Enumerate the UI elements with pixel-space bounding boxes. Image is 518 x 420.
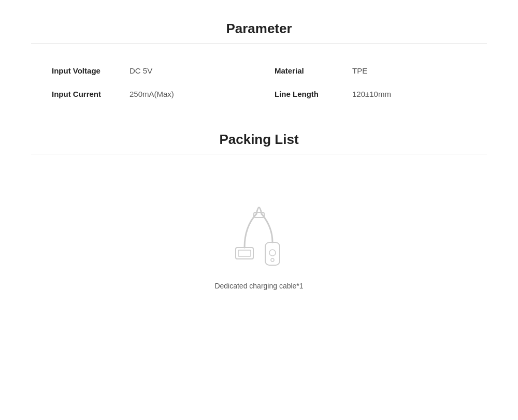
cable-caption: Dedicated charging cable*1 — [214, 282, 303, 290]
param-label-current: Input Current — [52, 90, 119, 98]
packing-divider — [31, 154, 487, 154]
param-right-col: Material TPE Line Length 120±10mm — [275, 59, 466, 106]
svg-rect-1 — [238, 250, 251, 256]
param-label-line-length: Line Length — [275, 90, 342, 98]
param-label-material: Material — [275, 66, 342, 75]
param-row-current: Input Current 250mA(Max) — [52, 82, 243, 106]
cable-illustration — [207, 185, 311, 273]
parameter-grid: Input Voltage DC 5V Input Current 250mA(… — [31, 59, 487, 106]
packing-section: Packing List Dedicated charging cable*1 — [31, 132, 487, 290]
param-value-voltage: DC 5V — [130, 66, 152, 75]
param-row-material: Material TPE — [275, 59, 466, 82]
param-row-line-length: Line Length 120±10mm — [275, 82, 466, 106]
param-left-col: Input Voltage DC 5V Input Current 250mA(… — [52, 59, 243, 106]
svg-point-4 — [271, 258, 274, 262]
param-row-voltage: Input Voltage DC 5V — [52, 59, 243, 82]
parameter-divider — [31, 43, 487, 44]
param-value-line-length: 120±10mm — [352, 90, 391, 98]
param-value-material: TPE — [352, 66, 367, 75]
parameter-title: Parameter — [226, 21, 292, 37]
packing-title: Packing List — [219, 132, 298, 148]
param-label-voltage: Input Voltage — [52, 66, 119, 75]
svg-point-3 — [269, 250, 276, 256]
param-value-current: 250mA(Max) — [130, 90, 174, 98]
